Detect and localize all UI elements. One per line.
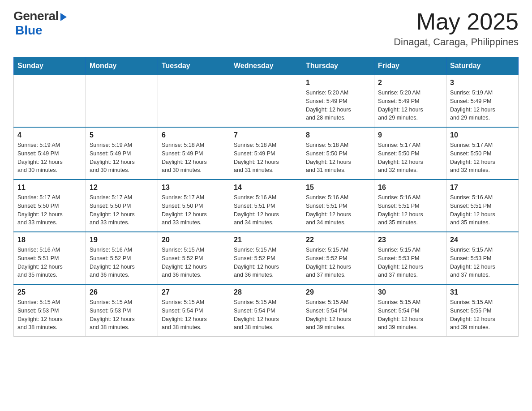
day-number: 27: [162, 288, 226, 296]
calendar-day-cell: 7Sunrise: 5:18 AM Sunset: 5:49 PM Daylig…: [230, 127, 302, 180]
calendar-day-cell: 25Sunrise: 5:15 AM Sunset: 5:53 PM Dayli…: [14, 284, 86, 337]
day-info: Sunrise: 5:19 AM Sunset: 5:49 PM Dayligh…: [90, 141, 154, 175]
day-number: 17: [450, 184, 515, 192]
calendar-header-tuesday: Tuesday: [158, 57, 230, 75]
day-info: Sunrise: 5:15 AM Sunset: 5:53 PM Dayligh…: [378, 246, 442, 279]
calendar-day-cell: [14, 75, 86, 127]
calendar-day-cell: 16Sunrise: 5:16 AM Sunset: 5:51 PM Dayli…: [374, 180, 446, 232]
calendar-day-cell: 23Sunrise: 5:15 AM Sunset: 5:53 PM Dayli…: [374, 232, 446, 284]
day-number: 29: [306, 288, 370, 296]
day-number: 21: [234, 236, 298, 244]
day-number: 14: [234, 184, 298, 192]
day-number: 1: [306, 79, 370, 87]
day-number: 24: [450, 236, 515, 244]
calendar-day-cell: 28Sunrise: 5:15 AM Sunset: 5:54 PM Dayli…: [230, 284, 302, 337]
calendar-day-cell: [158, 75, 230, 127]
calendar-table: SundayMondayTuesdayWednesdayThursdayFrid…: [13, 57, 519, 337]
calendar-header-friday: Friday: [374, 57, 446, 75]
day-number: 7: [234, 131, 298, 139]
day-number: 20: [162, 236, 226, 244]
day-number: 28: [234, 288, 298, 296]
calendar-day-cell: 24Sunrise: 5:15 AM Sunset: 5:53 PM Dayli…: [446, 232, 519, 284]
day-number: 26: [90, 288, 154, 296]
calendar-header-row: SundayMondayTuesdayWednesdayThursdayFrid…: [14, 57, 519, 75]
calendar-header-wednesday: Wednesday: [230, 57, 302, 75]
calendar-day-cell: 9Sunrise: 5:17 AM Sunset: 5:50 PM Daylig…: [374, 127, 446, 180]
logo-general-text: General: [13, 9, 59, 23]
calendar-day-cell: 8Sunrise: 5:18 AM Sunset: 5:50 PM Daylig…: [302, 127, 374, 180]
calendar-day-cell: 17Sunrise: 5:16 AM Sunset: 5:51 PM Dayli…: [446, 180, 519, 232]
day-info: Sunrise: 5:20 AM Sunset: 5:49 PM Dayligh…: [378, 89, 442, 122]
day-info: Sunrise: 5:15 AM Sunset: 5:53 PM Dayligh…: [17, 298, 82, 332]
day-number: 15: [306, 184, 370, 192]
calendar-day-cell: 26Sunrise: 5:15 AM Sunset: 5:53 PM Dayli…: [86, 284, 158, 337]
calendar-day-cell: 29Sunrise: 5:15 AM Sunset: 5:54 PM Dayli…: [302, 284, 374, 337]
calendar-day-cell: 22Sunrise: 5:15 AM Sunset: 5:52 PM Dayli…: [302, 232, 374, 284]
title-area: May 2025 Dinagat, Caraga, Philippines: [394, 9, 519, 48]
day-number: 2: [378, 79, 442, 87]
day-info: Sunrise: 5:15 AM Sunset: 5:53 PM Dayligh…: [450, 246, 515, 279]
day-number: 22: [306, 236, 370, 244]
calendar-day-cell: 20Sunrise: 5:15 AM Sunset: 5:52 PM Dayli…: [158, 232, 230, 284]
calendar-header-monday: Monday: [86, 57, 158, 75]
day-info: Sunrise: 5:15 AM Sunset: 5:54 PM Dayligh…: [234, 298, 298, 332]
calendar-day-cell: 3Sunrise: 5:19 AM Sunset: 5:49 PM Daylig…: [446, 75, 519, 127]
day-number: 13: [162, 184, 226, 192]
day-info: Sunrise: 5:15 AM Sunset: 5:54 PM Dayligh…: [378, 298, 442, 332]
day-info: Sunrise: 5:16 AM Sunset: 5:52 PM Dayligh…: [90, 246, 154, 279]
calendar-week-row: 11Sunrise: 5:17 AM Sunset: 5:50 PM Dayli…: [14, 180, 519, 232]
calendar-day-cell: 5Sunrise: 5:19 AM Sunset: 5:49 PM Daylig…: [86, 127, 158, 180]
day-info: Sunrise: 5:18 AM Sunset: 5:50 PM Dayligh…: [306, 141, 370, 175]
day-info: Sunrise: 5:16 AM Sunset: 5:51 PM Dayligh…: [234, 193, 298, 227]
day-number: 3: [450, 79, 515, 87]
calendar-day-cell: 13Sunrise: 5:17 AM Sunset: 5:50 PM Dayli…: [158, 180, 230, 232]
day-number: 18: [17, 236, 82, 244]
month-title: May 2025: [394, 9, 519, 34]
calendar-day-cell: 10Sunrise: 5:17 AM Sunset: 5:50 PM Dayli…: [446, 127, 519, 180]
day-number: 19: [90, 236, 154, 244]
calendar-day-cell: 31Sunrise: 5:15 AM Sunset: 5:55 PM Dayli…: [446, 284, 519, 337]
calendar-day-cell: 12Sunrise: 5:17 AM Sunset: 5:50 PM Dayli…: [86, 180, 158, 232]
day-info: Sunrise: 5:17 AM Sunset: 5:50 PM Dayligh…: [90, 193, 154, 227]
calendar-day-cell: 18Sunrise: 5:16 AM Sunset: 5:51 PM Dayli…: [14, 232, 86, 284]
day-number: 23: [378, 236, 442, 244]
calendar-week-row: 18Sunrise: 5:16 AM Sunset: 5:51 PM Dayli…: [14, 232, 519, 284]
logo-blue-text: Blue: [15, 23, 43, 38]
day-number: 5: [90, 131, 154, 139]
calendar-day-cell: 27Sunrise: 5:15 AM Sunset: 5:54 PM Dayli…: [158, 284, 230, 337]
calendar-day-cell: 6Sunrise: 5:18 AM Sunset: 5:49 PM Daylig…: [158, 127, 230, 180]
day-info: Sunrise: 5:17 AM Sunset: 5:50 PM Dayligh…: [162, 193, 226, 227]
calendar-day-cell: [230, 75, 302, 127]
day-number: 4: [17, 131, 82, 139]
day-info: Sunrise: 5:16 AM Sunset: 5:51 PM Dayligh…: [450, 193, 515, 227]
calendar-day-cell: 1Sunrise: 5:20 AM Sunset: 5:49 PM Daylig…: [302, 75, 374, 127]
day-number: 31: [450, 288, 515, 296]
day-number: 10: [450, 131, 515, 139]
logo: General Blue: [13, 9, 67, 38]
day-info: Sunrise: 5:18 AM Sunset: 5:49 PM Dayligh…: [234, 141, 298, 175]
day-number: 16: [378, 184, 442, 192]
calendar-day-cell: [86, 75, 158, 127]
calendar-day-cell: 30Sunrise: 5:15 AM Sunset: 5:54 PM Dayli…: [374, 284, 446, 337]
day-info: Sunrise: 5:15 AM Sunset: 5:52 PM Dayligh…: [162, 246, 226, 279]
day-info: Sunrise: 5:20 AM Sunset: 5:49 PM Dayligh…: [306, 89, 370, 122]
day-info: Sunrise: 5:19 AM Sunset: 5:49 PM Dayligh…: [450, 89, 515, 122]
day-number: 8: [306, 131, 370, 139]
calendar-header-sunday: Sunday: [14, 57, 86, 75]
day-info: Sunrise: 5:19 AM Sunset: 5:49 PM Dayligh…: [17, 141, 82, 175]
day-info: Sunrise: 5:15 AM Sunset: 5:52 PM Dayligh…: [234, 246, 298, 279]
calendar-day-cell: 11Sunrise: 5:17 AM Sunset: 5:50 PM Dayli…: [14, 180, 86, 232]
day-info: Sunrise: 5:16 AM Sunset: 5:51 PM Dayligh…: [306, 193, 370, 227]
day-info: Sunrise: 5:17 AM Sunset: 5:50 PM Dayligh…: [378, 141, 442, 175]
day-info: Sunrise: 5:17 AM Sunset: 5:50 PM Dayligh…: [450, 141, 515, 175]
day-info: Sunrise: 5:18 AM Sunset: 5:49 PM Dayligh…: [162, 141, 226, 175]
day-number: 9: [378, 131, 442, 139]
day-info: Sunrise: 5:15 AM Sunset: 5:52 PM Dayligh…: [306, 246, 370, 279]
page-header: General Blue May 2025 Dinagat, Caraga, P…: [13, 9, 519, 48]
calendar-week-row: 4Sunrise: 5:19 AM Sunset: 5:49 PM Daylig…: [14, 127, 519, 180]
day-info: Sunrise: 5:15 AM Sunset: 5:54 PM Dayligh…: [162, 298, 226, 332]
day-number: 25: [17, 288, 82, 296]
calendar-header-saturday: Saturday: [446, 57, 519, 75]
day-info: Sunrise: 5:15 AM Sunset: 5:55 PM Dayligh…: [450, 298, 515, 332]
location-title: Dinagat, Caraga, Philippines: [394, 36, 519, 48]
